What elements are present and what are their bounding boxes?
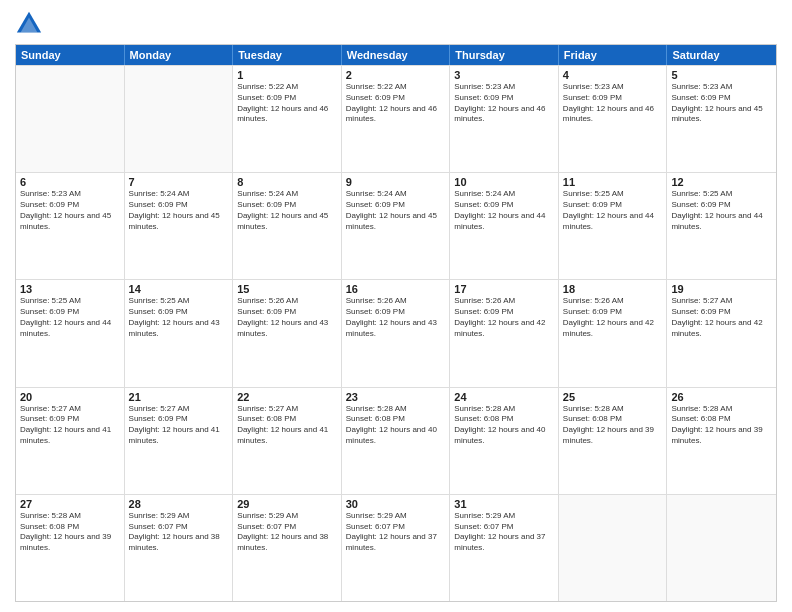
calendar-cell-12: 12Sunrise: 5:25 AM Sunset: 6:09 PM Dayli…: [667, 173, 776, 279]
calendar-week-4: 20Sunrise: 5:27 AM Sunset: 6:09 PM Dayli…: [16, 387, 776, 494]
header-day-wednesday: Wednesday: [342, 45, 451, 65]
day-number: 13: [20, 283, 120, 295]
calendar-cell-18: 18Sunrise: 5:26 AM Sunset: 6:09 PM Dayli…: [559, 280, 668, 386]
cell-info: Sunrise: 5:27 AM Sunset: 6:09 PM Dayligh…: [129, 404, 229, 447]
calendar-cell-empty-6: [667, 495, 776, 601]
calendar: SundayMondayTuesdayWednesdayThursdayFrid…: [15, 44, 777, 602]
cell-info: Sunrise: 5:29 AM Sunset: 6:07 PM Dayligh…: [346, 511, 446, 554]
day-number: 23: [346, 391, 446, 403]
header-day-monday: Monday: [125, 45, 234, 65]
cell-info: Sunrise: 5:28 AM Sunset: 6:08 PM Dayligh…: [563, 404, 663, 447]
day-number: 17: [454, 283, 554, 295]
day-number: 15: [237, 283, 337, 295]
cell-info: Sunrise: 5:27 AM Sunset: 6:09 PM Dayligh…: [20, 404, 120, 447]
cell-info: Sunrise: 5:25 AM Sunset: 6:09 PM Dayligh…: [671, 189, 772, 232]
calendar-cell-16: 16Sunrise: 5:26 AM Sunset: 6:09 PM Dayli…: [342, 280, 451, 386]
calendar-cell-11: 11Sunrise: 5:25 AM Sunset: 6:09 PM Dayli…: [559, 173, 668, 279]
calendar-cell-22: 22Sunrise: 5:27 AM Sunset: 6:08 PM Dayli…: [233, 388, 342, 494]
day-number: 20: [20, 391, 120, 403]
calendar-cell-24: 24Sunrise: 5:28 AM Sunset: 6:08 PM Dayli…: [450, 388, 559, 494]
day-number: 10: [454, 176, 554, 188]
calendar-cell-28: 28Sunrise: 5:29 AM Sunset: 6:07 PM Dayli…: [125, 495, 234, 601]
day-number: 29: [237, 498, 337, 510]
cell-info: Sunrise: 5:28 AM Sunset: 6:08 PM Dayligh…: [20, 511, 120, 554]
cell-info: Sunrise: 5:27 AM Sunset: 6:08 PM Dayligh…: [237, 404, 337, 447]
day-number: 18: [563, 283, 663, 295]
calendar-cell-empty-0: [16, 66, 125, 172]
calendar-week-5: 27Sunrise: 5:28 AM Sunset: 6:08 PM Dayli…: [16, 494, 776, 601]
cell-info: Sunrise: 5:26 AM Sunset: 6:09 PM Dayligh…: [346, 296, 446, 339]
cell-info: Sunrise: 5:25 AM Sunset: 6:09 PM Dayligh…: [129, 296, 229, 339]
day-number: 5: [671, 69, 772, 81]
calendar-cell-29: 29Sunrise: 5:29 AM Sunset: 6:07 PM Dayli…: [233, 495, 342, 601]
calendar-cell-10: 10Sunrise: 5:24 AM Sunset: 6:09 PM Dayli…: [450, 173, 559, 279]
calendar-cell-empty-1: [125, 66, 234, 172]
day-number: 21: [129, 391, 229, 403]
calendar-cell-19: 19Sunrise: 5:27 AM Sunset: 6:09 PM Dayli…: [667, 280, 776, 386]
day-number: 30: [346, 498, 446, 510]
calendar-body: 1Sunrise: 5:22 AM Sunset: 6:09 PM Daylig…: [16, 65, 776, 601]
cell-info: Sunrise: 5:22 AM Sunset: 6:09 PM Dayligh…: [237, 82, 337, 125]
calendar-cell-2: 2Sunrise: 5:22 AM Sunset: 6:09 PM Daylig…: [342, 66, 451, 172]
cell-info: Sunrise: 5:24 AM Sunset: 6:09 PM Dayligh…: [129, 189, 229, 232]
calendar-cell-empty-5: [559, 495, 668, 601]
cell-info: Sunrise: 5:23 AM Sunset: 6:09 PM Dayligh…: [671, 82, 772, 125]
day-number: 31: [454, 498, 554, 510]
day-number: 6: [20, 176, 120, 188]
calendar-cell-27: 27Sunrise: 5:28 AM Sunset: 6:08 PM Dayli…: [16, 495, 125, 601]
calendar-cell-8: 8Sunrise: 5:24 AM Sunset: 6:09 PM Daylig…: [233, 173, 342, 279]
cell-info: Sunrise: 5:24 AM Sunset: 6:09 PM Dayligh…: [237, 189, 337, 232]
calendar-week-2: 6Sunrise: 5:23 AM Sunset: 6:09 PM Daylig…: [16, 172, 776, 279]
calendar-cell-21: 21Sunrise: 5:27 AM Sunset: 6:09 PM Dayli…: [125, 388, 234, 494]
calendar-cell-17: 17Sunrise: 5:26 AM Sunset: 6:09 PM Dayli…: [450, 280, 559, 386]
cell-info: Sunrise: 5:24 AM Sunset: 6:09 PM Dayligh…: [454, 189, 554, 232]
cell-info: Sunrise: 5:25 AM Sunset: 6:09 PM Dayligh…: [20, 296, 120, 339]
cell-info: Sunrise: 5:26 AM Sunset: 6:09 PM Dayligh…: [237, 296, 337, 339]
day-number: 8: [237, 176, 337, 188]
calendar-cell-26: 26Sunrise: 5:28 AM Sunset: 6:08 PM Dayli…: [667, 388, 776, 494]
cell-info: Sunrise: 5:25 AM Sunset: 6:09 PM Dayligh…: [563, 189, 663, 232]
calendar-cell-14: 14Sunrise: 5:25 AM Sunset: 6:09 PM Dayli…: [125, 280, 234, 386]
calendar-cell-20: 20Sunrise: 5:27 AM Sunset: 6:09 PM Dayli…: [16, 388, 125, 494]
logo: [15, 10, 47, 38]
calendar-cell-4: 4Sunrise: 5:23 AM Sunset: 6:09 PM Daylig…: [559, 66, 668, 172]
cell-info: Sunrise: 5:28 AM Sunset: 6:08 PM Dayligh…: [454, 404, 554, 447]
calendar-cell-13: 13Sunrise: 5:25 AM Sunset: 6:09 PM Dayli…: [16, 280, 125, 386]
day-number: 12: [671, 176, 772, 188]
cell-info: Sunrise: 5:23 AM Sunset: 6:09 PM Dayligh…: [20, 189, 120, 232]
calendar-cell-6: 6Sunrise: 5:23 AM Sunset: 6:09 PM Daylig…: [16, 173, 125, 279]
calendar-cell-5: 5Sunrise: 5:23 AM Sunset: 6:09 PM Daylig…: [667, 66, 776, 172]
calendar-cell-7: 7Sunrise: 5:24 AM Sunset: 6:09 PM Daylig…: [125, 173, 234, 279]
day-number: 27: [20, 498, 120, 510]
day-number: 7: [129, 176, 229, 188]
calendar-cell-25: 25Sunrise: 5:28 AM Sunset: 6:08 PM Dayli…: [559, 388, 668, 494]
header-day-saturday: Saturday: [667, 45, 776, 65]
header-day-sunday: Sunday: [16, 45, 125, 65]
day-number: 24: [454, 391, 554, 403]
calendar-cell-30: 30Sunrise: 5:29 AM Sunset: 6:07 PM Dayli…: [342, 495, 451, 601]
day-number: 1: [237, 69, 337, 81]
calendar-header: SundayMondayTuesdayWednesdayThursdayFrid…: [16, 45, 776, 65]
cell-info: Sunrise: 5:29 AM Sunset: 6:07 PM Dayligh…: [237, 511, 337, 554]
cell-info: Sunrise: 5:26 AM Sunset: 6:09 PM Dayligh…: [454, 296, 554, 339]
calendar-cell-15: 15Sunrise: 5:26 AM Sunset: 6:09 PM Dayli…: [233, 280, 342, 386]
day-number: 25: [563, 391, 663, 403]
day-number: 3: [454, 69, 554, 81]
cell-info: Sunrise: 5:28 AM Sunset: 6:08 PM Dayligh…: [671, 404, 772, 447]
page: SundayMondayTuesdayWednesdayThursdayFrid…: [0, 0, 792, 612]
day-number: 19: [671, 283, 772, 295]
cell-info: Sunrise: 5:23 AM Sunset: 6:09 PM Dayligh…: [563, 82, 663, 125]
calendar-week-3: 13Sunrise: 5:25 AM Sunset: 6:09 PM Dayli…: [16, 279, 776, 386]
calendar-cell-9: 9Sunrise: 5:24 AM Sunset: 6:09 PM Daylig…: [342, 173, 451, 279]
day-number: 28: [129, 498, 229, 510]
header-day-friday: Friday: [559, 45, 668, 65]
day-number: 26: [671, 391, 772, 403]
day-number: 9: [346, 176, 446, 188]
cell-info: Sunrise: 5:28 AM Sunset: 6:08 PM Dayligh…: [346, 404, 446, 447]
day-number: 2: [346, 69, 446, 81]
logo-icon: [15, 10, 43, 38]
cell-info: Sunrise: 5:22 AM Sunset: 6:09 PM Dayligh…: [346, 82, 446, 125]
cell-info: Sunrise: 5:23 AM Sunset: 6:09 PM Dayligh…: [454, 82, 554, 125]
calendar-cell-23: 23Sunrise: 5:28 AM Sunset: 6:08 PM Dayli…: [342, 388, 451, 494]
cell-info: Sunrise: 5:26 AM Sunset: 6:09 PM Dayligh…: [563, 296, 663, 339]
